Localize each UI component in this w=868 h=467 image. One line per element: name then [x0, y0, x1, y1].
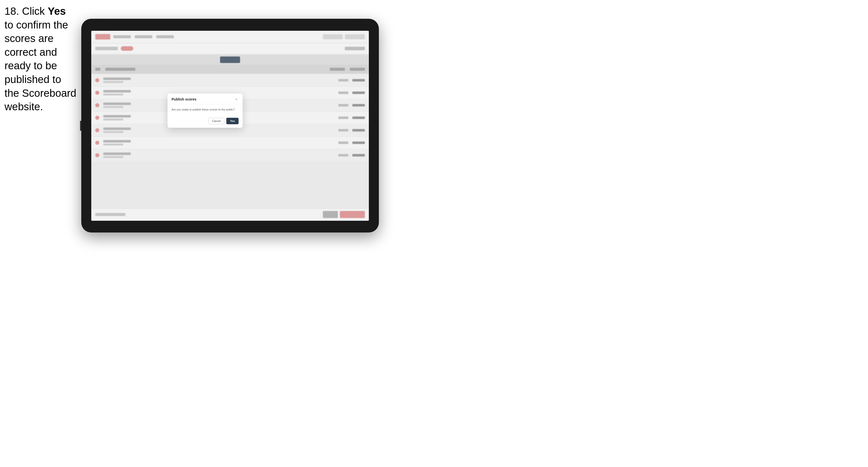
publish-scores-dialog: Publish scores × Are you ready to publis… [167, 93, 243, 127]
modal-close-button[interactable]: × [234, 97, 239, 101]
instruction-text: 18. Click Yes to confirm the scores are … [4, 4, 77, 114]
tablet-side-button [80, 121, 81, 131]
modal-overlay: Publish scores × Are you ready to publis… [91, 31, 369, 221]
tablet-device: Publish scores × Are you ready to publis… [81, 19, 379, 232]
modal-title: Publish scores [172, 97, 196, 101]
modal-body: Are you ready to publish these scores to… [167, 104, 243, 115]
modal-header: Publish scores × [167, 93, 243, 104]
cancel-button[interactable]: Cancel [208, 118, 224, 124]
modal-footer: Cancel Yes [167, 115, 243, 128]
yes-button[interactable]: Yes [226, 118, 239, 124]
modal-message: Are you ready to publish these scores to… [172, 108, 239, 112]
tablet-screen: Publish scores × Are you ready to publis… [91, 31, 369, 221]
